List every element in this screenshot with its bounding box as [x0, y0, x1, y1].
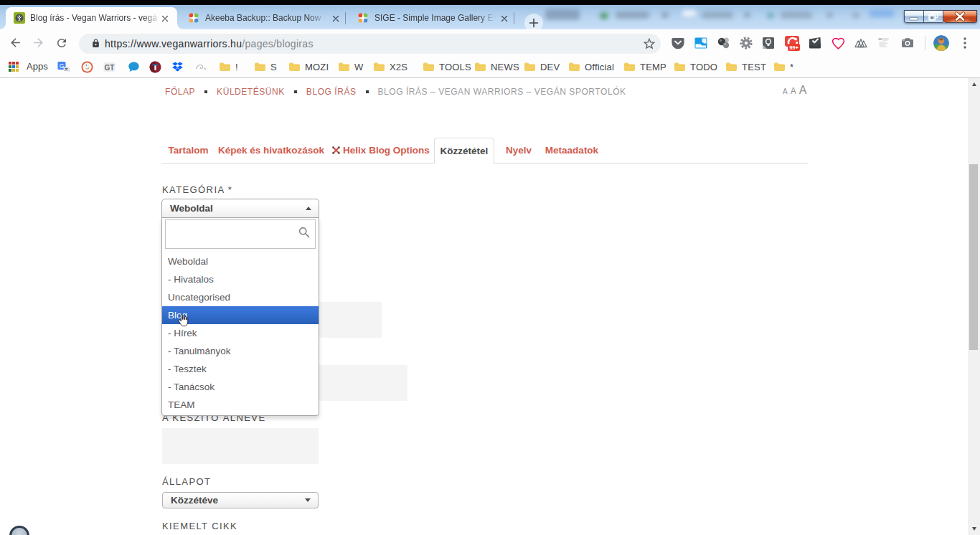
bookmark-folder[interactable]: ! [219, 56, 238, 77]
tab-helix-blog-options[interactable]: Helix Blog Options [328, 138, 434, 163]
folder-icon [219, 62, 230, 72]
gt-icon[interactable]: GT [103, 61, 116, 73]
fineprint-icon[interactable] [877, 36, 891, 50]
translate-icon[interactable]: G [57, 61, 70, 73]
browser-tab[interactable]: SIGE - Simple Image Gallery Exte [347, 7, 513, 29]
font-size-controls: A A A [783, 84, 806, 97]
svg-text:99+: 99+ [789, 44, 798, 50]
page-content: FŐLAP KÜLDETÉSÜNK BLOG ÍRÁS BLOG ÍRÁS – … [0, 78, 968, 535]
tab-metaadatok[interactable]: Metaadatok [540, 138, 604, 163]
chevron-down-icon [305, 498, 311, 502]
bookmark-folder[interactable]: W [338, 56, 363, 77]
category-label: KATEGÓRIA * [162, 184, 232, 195]
address-bar[interactable]: https://www.veganwarriors.hu/pages/blogi… [79, 34, 661, 54]
menu-dots-icon[interactable] [960, 36, 970, 50]
breadcrumb: FŐLAP KÜLDETÉSÜNK BLOG ÍRÁS BLOG ÍRÁS – … [165, 87, 626, 97]
tab-kepek[interactable]: Képek és hivatkozások [218, 138, 324, 163]
font-size-small[interactable]: A [783, 87, 788, 95]
tab-close-icon[interactable] [159, 13, 171, 24]
bookmark-folder[interactable]: TEST [725, 56, 766, 77]
tab-title: Akeeba Backup:: Backup Now - V [205, 7, 326, 29]
page-scrollbar[interactable] [968, 78, 980, 535]
tab-tartalom[interactable]: Tartalom [163, 138, 214, 163]
bookmark-star-icon[interactable] [642, 37, 656, 51]
font-size-large[interactable]: A [799, 84, 807, 97]
search-icon [298, 226, 311, 239]
tab-nyelv[interactable]: Nyelv [498, 138, 540, 163]
spheres-icon[interactable] [717, 36, 731, 50]
bookmark-folder[interactable]: NEWS [474, 56, 519, 77]
category-search-input[interactable] [165, 219, 316, 249]
breadcrumb-link[interactable]: KÜLDETÉSÜNK [217, 87, 285, 97]
font-size-medium[interactable]: A [791, 86, 796, 96]
reload-button[interactable] [50, 29, 74, 56]
back-button[interactable] [3, 29, 27, 56]
mountains-icon[interactable] [854, 36, 868, 50]
bookmark-folder[interactable]: TODO [674, 56, 717, 77]
heart-icon[interactable] [831, 36, 845, 50]
breadcrumb-link[interactable]: FŐLAP [165, 87, 195, 97]
avatar[interactable] [933, 35, 949, 51]
t-circle-icon[interactable] [149, 61, 161, 73]
breadcrumb-link[interactable]: BLOG ÍRÁS [306, 87, 357, 97]
tab-kozzetetel[interactable]: Közzététel [434, 138, 494, 164]
bookmark-folder[interactable]: S [254, 56, 277, 77]
breadcrumb-separator [294, 90, 297, 93]
lightbulb-icon[interactable] [761, 36, 776, 50]
lock-icon[interactable] [86, 39, 105, 48]
bookmark-folder[interactable]: X2S [373, 56, 407, 77]
category-option[interactable]: - Hivatalos [162, 270, 319, 288]
inbox-check-icon[interactable] [808, 36, 822, 50]
pocket-icon[interactable] [671, 36, 685, 50]
browser-toolbar: https://www.veganwarriors.hu/pages/blogi… [0, 29, 980, 56]
category-option[interactable]: TEAM [162, 396, 319, 414]
camera-icon[interactable] [900, 36, 915, 50]
maximize-button[interactable] [924, 10, 943, 23]
scroll-up-button[interactable] [968, 78, 980, 90]
browser-tab-active[interactable]: Blog írás - Vegan Warriors - vegá [6, 7, 177, 29]
bookmark-folder[interactable]: DEV [524, 56, 560, 77]
bookmark-folder[interactable]: * [773, 56, 793, 77]
bookmark-folder[interactable]: TEMP [623, 56, 666, 77]
browser-tabstrip: Blog írás - Vegan Warriors - vegá Akeeba… [0, 5, 980, 29]
apps-label[interactable]: Apps [27, 56, 48, 77]
svg-text:GT: GT [105, 64, 115, 72]
scroll-down-button[interactable] [968, 523, 980, 535]
dropbox-icon[interactable] [171, 61, 184, 73]
close-button[interactable] [943, 10, 977, 23]
forward-button[interactable] [26, 29, 50, 56]
bookmark-folder-label: ! [235, 62, 238, 72]
refresh-badge-icon[interactable]: 99+ [784, 36, 798, 50]
category-dropdown-toggle[interactable]: Weboldal [161, 199, 319, 218]
category-option[interactable]: Weboldal [162, 252, 319, 270]
url-text[interactable]: https://www.veganwarriors.hu/pages/blogi… [105, 38, 314, 49]
category-option[interactable]: Uncategorised [162, 288, 319, 306]
ghost-tab-artifact [826, 12, 833, 18]
status-select[interactable]: Közzétéve [162, 492, 319, 508]
category-option[interactable]: - Tesztek [162, 360, 319, 378]
swoosh-icon[interactable] [195, 61, 207, 73]
tab-close-icon[interactable] [330, 13, 341, 24]
speech-bubble-icon[interactable] [128, 61, 140, 73]
floating-widget-button[interactable] [9, 526, 29, 535]
scrollbar-thumb[interactable] [969, 164, 978, 350]
category-option[interactable]: - Tanácsok [162, 378, 319, 396]
bookmark-folder[interactable]: Official [568, 56, 614, 77]
tab-close-icon[interactable] [499, 13, 510, 24]
bookmark-folder[interactable]: TOOLS [423, 56, 471, 77]
apps-grid-icon[interactable] [8, 61, 19, 72]
bookmark-folder[interactable]: MOZI [288, 56, 329, 77]
alias-input[interactable] [162, 428, 319, 464]
duckduckgo-icon[interactable] [81, 61, 93, 73]
ghost-tab-artifact [852, 12, 859, 19]
panels-icon[interactable] [694, 36, 708, 50]
breadcrumb-separator [204, 90, 207, 93]
browser-tab[interactable]: Akeeba Backup:: Backup Now - V [177, 7, 344, 29]
gear-icon[interactable] [739, 36, 753, 50]
category-option[interactable]: - Tanulmányok [162, 342, 319, 360]
bookmark-folder-label: TEMP [640, 62, 666, 72]
minimize-button[interactable] [904, 10, 924, 23]
tab-separator [345, 12, 346, 24]
url-host: https://www.veganwarriors.hu [105, 38, 242, 49]
window-top-edge [0, 0, 980, 5]
